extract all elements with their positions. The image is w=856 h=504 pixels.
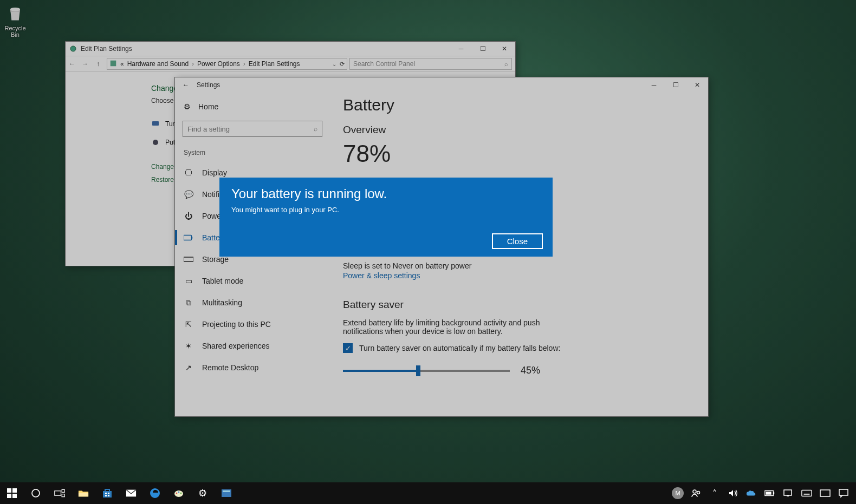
display-icon: 🖵 — [184, 168, 193, 178]
onedrive-icon[interactable] — [742, 482, 761, 504]
maximize-button[interactable]: ☐ — [472, 42, 494, 56]
svg-rect-6 — [191, 237, 192, 239]
action-center-icon[interactable] — [834, 482, 853, 504]
power-plan-icon — [69, 44, 77, 53]
sleep-never-text: Sleep is set to Never on battery power — [343, 261, 695, 270]
svg-rect-36 — [802, 490, 812, 496]
forward-arrow-icon[interactable]: → — [79, 60, 92, 68]
cp-search-placeholder: Search Control Panel — [353, 60, 415, 68]
people-button[interactable] — [687, 482, 705, 504]
dropdown-chevron-icon[interactable]: ⌄ — [332, 61, 336, 67]
svg-rect-33 — [766, 492, 771, 494]
chevron-left-icon: « — [120, 60, 124, 68]
volume-icon[interactable] — [724, 482, 742, 504]
svg-rect-9 — [12, 488, 17, 493]
svg-rect-2 — [111, 60, 116, 66]
svg-point-25 — [178, 492, 180, 493]
dialog-close-button[interactable]: Close — [492, 233, 543, 249]
mail-button[interactable] — [119, 482, 143, 504]
svg-rect-13 — [55, 491, 61, 495]
breadcrumb[interactable]: « Hardware and Sound › Power Options › E… — [107, 58, 347, 70]
edge-button[interactable] — [143, 482, 167, 504]
find-setting-input[interactable]: Find a setting ⌕ — [183, 121, 322, 137]
store-button[interactable] — [95, 482, 119, 504]
maximize-button[interactable]: ☐ — [665, 78, 686, 92]
sidebar-item-multitasking[interactable]: ⧉Multitasking — [183, 292, 322, 313]
dialog-title: Your battery is running low. — [231, 186, 541, 201]
settings-taskbar-button[interactable]: ⚙ — [191, 482, 215, 504]
overview-heading: Overview — [343, 124, 695, 136]
sidebar-item-shared[interactable]: ✶Shared experiences — [183, 335, 322, 357]
user-account-button[interactable]: M — [669, 482, 687, 504]
settings-titlebar[interactable]: ← Settings ─ ☐ ✕ — [175, 77, 708, 93]
back-arrow-icon[interactable]: ← — [66, 60, 79, 68]
svg-point-4 — [153, 140, 158, 145]
svg-rect-15 — [62, 494, 64, 497]
cortana-button[interactable] — [24, 482, 48, 504]
page-title: Battery — [343, 96, 695, 114]
cp-search[interactable]: Search Control Panel ⌕ — [349, 58, 512, 70]
cp-address-bar: ← → ↑ « Hardware and Sound › Power Optio… — [66, 56, 515, 72]
svg-rect-8 — [7, 488, 11, 493]
svg-point-26 — [180, 493, 182, 494]
back-button[interactable]: ← — [175, 81, 197, 89]
storage-icon — [184, 254, 193, 264]
minimize-button[interactable]: ─ — [643, 78, 665, 92]
refresh-icon[interactable]: ⟳ — [340, 61, 345, 68]
chevron-right-icon: › — [243, 60, 245, 68]
recycle-bin[interactable]: Recycle Bin — [3, 3, 27, 38]
up-arrow-icon[interactable]: ↑ — [92, 60, 105, 68]
slider-thumb[interactable] — [416, 365, 420, 376]
cp-titlebar[interactable]: Edit Plan Settings ─ ☐ ✕ — [66, 42, 515, 56]
control-panel-taskbar-button[interactable] — [215, 482, 238, 504]
start-button[interactable] — [0, 482, 24, 504]
slider-value: 45% — [521, 365, 540, 376]
battery-saver-heading: Battery saver — [343, 299, 695, 311]
crumb[interactable]: Hardware and Sound — [127, 60, 189, 68]
svg-rect-35 — [787, 495, 789, 496]
battery-tray-icon[interactable] — [761, 482, 779, 504]
gear-icon: ⚙ — [184, 102, 191, 111]
tray-chevron-icon[interactable]: ˄ — [705, 482, 724, 504]
sidebar-item-projecting[interactable]: ⇱Projecting to this PC — [183, 313, 322, 335]
checkbox-checked-icon[interactable]: ✓ — [343, 343, 353, 353]
sidebar-item-label: Multitasking — [202, 298, 242, 307]
svg-rect-11 — [12, 494, 17, 498]
show-desktop-button[interactable] — [853, 482, 856, 504]
find-placeholder: Find a setting — [187, 125, 230, 133]
svg-rect-28 — [223, 490, 230, 492]
crumb[interactable]: Power Options — [197, 60, 240, 68]
crumb[interactable]: Edit Plan Settings — [249, 60, 300, 68]
power-sleep-link[interactable]: Power & sleep settings — [343, 271, 420, 280]
file-explorer-button[interactable] — [72, 482, 95, 504]
svg-rect-3 — [152, 121, 159, 126]
svg-point-12 — [32, 489, 40, 497]
svg-point-1 — [70, 46, 76, 51]
svg-rect-34 — [784, 490, 792, 495]
paint-button[interactable] — [167, 482, 191, 504]
task-view-button[interactable] — [48, 482, 72, 504]
close-button[interactable]: ✕ — [686, 78, 708, 92]
sidebar-item-label: Shared experiences — [202, 342, 270, 350]
auto-saver-checkbox-row[interactable]: ✓ Turn battery saver on automatically if… — [343, 343, 695, 353]
close-button[interactable]: ✕ — [494, 42, 515, 56]
network-icon[interactable] — [779, 482, 797, 504]
minimize-button[interactable]: ─ — [450, 42, 472, 56]
sidebar-item-remote[interactable]: ↗Remote Desktop — [183, 357, 322, 378]
input-indicator-icon[interactable] — [816, 482, 834, 504]
recycle-bin-label: Recycle Bin — [3, 25, 27, 38]
threshold-slider[interactable] — [343, 370, 510, 372]
multitask-icon: ⧉ — [184, 298, 193, 307]
sidebar-item-label: Display — [202, 168, 227, 177]
svg-rect-16 — [79, 493, 88, 496]
control-panel-icon — [109, 60, 117, 69]
low-battery-dialog: Your battery is running low. You might w… — [219, 178, 553, 257]
sidebar-item-tablet[interactable]: ▭Tablet mode — [183, 270, 322, 292]
search-icon: ⌕ — [314, 125, 317, 133]
share-icon: ✶ — [184, 341, 193, 351]
svg-rect-10 — [7, 494, 11, 498]
keyboard-icon[interactable] — [797, 482, 816, 504]
sidebar-home[interactable]: ⚙ Home — [184, 102, 322, 111]
svg-rect-5 — [184, 235, 191, 240]
sidebar-section: System — [184, 149, 322, 156]
